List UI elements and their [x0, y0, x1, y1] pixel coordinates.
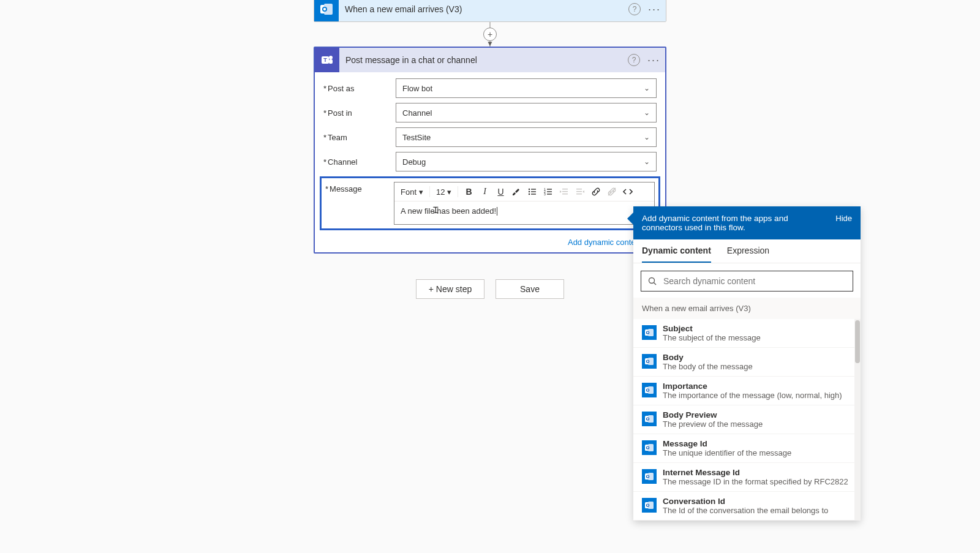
outlook-icon	[642, 469, 657, 484]
tab-dynamic-content[interactable]: Dynamic content	[642, 246, 711, 263]
trigger-title: When a new email arrives (V3)	[339, 4, 628, 14]
dynamic-item-title: Internet Message Id	[663, 468, 852, 477]
teams-icon: T	[315, 48, 339, 72]
hide-panel-button[interactable]: Hide	[835, 214, 852, 232]
message-input[interactable]: Ꮖ A new file has been added!	[394, 201, 654, 224]
dynamic-item-title: Subject	[663, 324, 852, 333]
field-post-as: *Post as Flow bot ⌄	[323, 78, 657, 98]
underline-button[interactable]: U	[494, 185, 507, 198]
caret-down-icon: ▾	[447, 187, 451, 197]
svg-text:T: T	[323, 57, 327, 63]
svg-rect-7	[329, 59, 333, 64]
svg-rect-11	[531, 191, 536, 192]
svg-point-8	[529, 189, 530, 190]
svg-point-36	[647, 361, 649, 363]
rich-text-editor: Font ▾ 12 ▾ B I U	[394, 182, 655, 225]
dynamic-item-desc: The message ID in the format specified b…	[663, 477, 852, 486]
post-in-select[interactable]: Channel ⌄	[396, 103, 657, 122]
channel-select[interactable]: Debug ⌄	[396, 152, 657, 171]
action-card[interactable]: T Post message in a chat or channel ? ··…	[314, 47, 666, 254]
scrollbar-track[interactable]	[854, 319, 861, 521]
outlook-icon	[642, 498, 657, 513]
more-menu-icon[interactable]: ···	[647, 55, 660, 66]
more-menu-icon[interactable]: ···	[648, 4, 661, 15]
bullet-list-button[interactable]	[526, 185, 539, 198]
select-value: TestSite	[402, 133, 431, 142]
dynamic-group-header: When a new email arrives (V3)	[633, 298, 861, 319]
svg-point-44	[647, 418, 649, 420]
dynamic-item-title: Message Id	[663, 439, 852, 448]
select-value: Channel	[402, 108, 432, 118]
panel-pointer-icon	[627, 213, 633, 225]
dynamic-content-item[interactable]: Message IdThe unique identifier of the m…	[633, 434, 861, 463]
caret-down-icon: ▾	[419, 187, 423, 197]
highlight-button[interactable]	[510, 185, 523, 198]
select-value: Flow bot	[402, 84, 432, 93]
insert-step-button[interactable]: +	[483, 28, 497, 41]
editor-toolbar: Font ▾ 12 ▾ B I U	[394, 182, 654, 201]
save-button[interactable]: Save	[496, 279, 564, 299]
chevron-down-icon: ⌄	[644, 84, 650, 92]
dynamic-content-item[interactable]: Body PreviewThe preview of the message	[633, 405, 861, 434]
italic-button[interactable]: I	[478, 185, 491, 198]
svg-rect-15	[547, 189, 552, 189]
svg-point-52	[647, 476, 649, 478]
dynamic-content-item[interactable]: BodyThe body of the message	[633, 348, 861, 377]
svg-rect-21	[562, 191, 568, 192]
numbered-list-button[interactable]: 123	[541, 185, 555, 198]
outlook-icon	[314, 0, 339, 21]
svg-text:3: 3	[544, 192, 546, 196]
unlink-button[interactable]	[605, 185, 619, 198]
new-step-button[interactable]: + New step	[416, 279, 484, 299]
dynamic-item-title: Body	[663, 353, 852, 362]
trigger-card[interactable]: When a new email arrives (V3) ? ···	[314, 0, 666, 22]
dynamic-item-desc: The subject of the message	[663, 333, 852, 342]
svg-rect-9	[531, 189, 536, 189]
font-family-select[interactable]: Font ▾	[398, 187, 426, 197]
dynamic-content-item[interactable]: SubjectThe subject of the message	[633, 319, 861, 348]
outdent-button[interactable]	[557, 185, 571, 198]
svg-rect-22	[562, 194, 568, 194]
indent-button[interactable]	[573, 185, 587, 198]
svg-point-27	[649, 278, 655, 284]
dynamic-item-desc: The body of the message	[663, 362, 852, 371]
svg-rect-19	[547, 194, 552, 194]
help-icon[interactable]: ?	[628, 54, 640, 66]
help-icon[interactable]: ?	[628, 3, 641, 15]
dynamic-content-item[interactable]: Conversation IdThe Id of the conversatio…	[633, 492, 861, 521]
search-input[interactable]	[663, 276, 846, 286]
tab-expression[interactable]: Expression	[727, 246, 769, 263]
svg-point-48	[647, 447, 649, 449]
svg-rect-25	[576, 194, 582, 194]
svg-point-56	[647, 505, 649, 506]
chevron-down-icon: ⌄	[644, 108, 650, 117]
dynamic-item-desc: The importance of the message (low, norm…	[663, 391, 852, 400]
search-dynamic-content[interactable]	[641, 271, 853, 292]
search-icon	[647, 276, 657, 286]
svg-rect-13	[531, 194, 536, 194]
flow-connector: + ▼	[314, 22, 666, 47]
link-button[interactable]	[589, 185, 603, 198]
dynamic-item-title: Importance	[663, 382, 852, 391]
outlook-icon	[642, 412, 657, 426]
team-select[interactable]: TestSite ⌄	[396, 127, 657, 147]
outlook-icon	[642, 383, 657, 397]
svg-rect-24	[576, 191, 582, 192]
dynamic-content-item[interactable]: Internet Message IdThe message ID in the…	[633, 463, 861, 492]
dynamic-content-list[interactable]: SubjectThe subject of the messageBodyThe…	[633, 319, 861, 521]
svg-point-40	[647, 389, 649, 391]
code-view-button[interactable]	[621, 185, 635, 198]
post-as-select[interactable]: Flow bot ⌄	[396, 78, 657, 98]
chevron-down-icon: ⌄	[644, 157, 650, 166]
action-title: Post message in a chat or channel	[339, 55, 628, 65]
add-dynamic-content-link[interactable]: Add dynamic content ⚡	[315, 235, 665, 252]
bold-button[interactable]: B	[462, 185, 475, 198]
field-message: *Message Font ▾ 12 ▾ B I U	[320, 176, 660, 230]
svg-point-10	[529, 191, 530, 192]
field-label: Message	[330, 184, 362, 194]
svg-point-3	[323, 8, 326, 10]
outlook-icon	[642, 325, 657, 340]
scrollbar-thumb[interactable]	[855, 320, 860, 363]
font-size-select[interactable]: 12 ▾	[434, 187, 454, 197]
dynamic-content-item[interactable]: ImportanceThe importance of the message …	[633, 377, 861, 405]
